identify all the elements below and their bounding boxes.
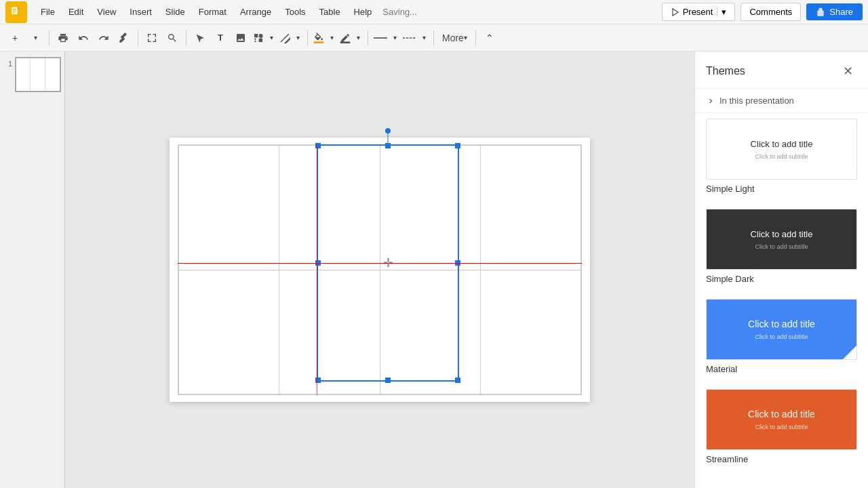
menu-tools[interactable]: Tools [279, 4, 311, 20]
menu-file[interactable]: File [35, 4, 60, 20]
theme-item-streamline[interactable]: Click to add title Click to add subtitle… [695, 384, 868, 474]
theme-preview-material: Click to add title Click to add subtitle [706, 299, 857, 360]
menu-insert[interactable]: Insert [124, 4, 157, 20]
border-color-dropdown: ▾ [338, 28, 363, 47]
slide-thumbnail-1[interactable] [15, 57, 61, 92]
present-button[interactable]: Present ▾ [662, 3, 736, 21]
share-button[interactable]: Share [806, 3, 863, 20]
select-button[interactable] [191, 28, 210, 47]
menu-edit[interactable]: Edit [63, 4, 89, 20]
in-presentation-item[interactable]: In this presentation [695, 89, 868, 113]
menu-arrange[interactable]: Arrange [235, 4, 277, 20]
table-cell[interactable] [279, 146, 380, 270]
slide-thumb-col-1 [16, 58, 31, 91]
selection-connector [388, 132, 389, 144]
table-cell[interactable] [480, 270, 580, 394]
menu-help[interactable]: Help [349, 4, 378, 20]
shape-dropdown-arrow[interactable]: ▾ [266, 28, 277, 47]
fill-color-dropdown-arrow[interactable]: ▾ [326, 28, 337, 47]
theme-item-simple-light[interactable]: Click to add title Click to add subtitle… [695, 113, 868, 203]
theme-preview-title-simple-dark: Click to add title [751, 229, 813, 239]
table-row [179, 270, 581, 394]
line-dropdown: ▾ [278, 28, 303, 47]
menu-view[interactable]: View [92, 4, 121, 20]
svg-rect-1 [13, 9, 16, 9]
border-dash-dropdown-arrow[interactable]: ▾ [418, 28, 429, 47]
line-button[interactable] [278, 28, 292, 47]
theme-name-simple-dark: Simple Dark [706, 274, 857, 284]
slide-panel: 1 [0, 52, 65, 488]
text-box-button[interactable]: T [211, 28, 230, 47]
table-cell[interactable] [279, 270, 380, 394]
theme-name-material: Material [706, 364, 857, 374]
border-color-dropdown-arrow[interactable]: ▾ [353, 28, 363, 47]
canvas-area[interactable]: ✛ [65, 52, 694, 488]
slide-thumb-container-1: 1 [3, 57, 62, 92]
toolbar: + ▾ T ▾ ▾ ▾ [0, 24, 868, 52]
in-presentation-label: In this presentation [719, 96, 794, 106]
zoom-button[interactable] [163, 28, 182, 47]
toolbar-separator-3 [186, 30, 186, 45]
border-weight-dropdown-arrow[interactable]: ▾ [389, 28, 400, 47]
theme-preview-simple-light: Click to add title Click to add subtitle [706, 119, 857, 180]
theme-preview-streamline: Click to add title Click to add subtitle [706, 389, 857, 450]
table-cell[interactable] [480, 146, 580, 270]
main-content: 1 [0, 52, 868, 488]
toolbar-separator-5 [368, 30, 368, 45]
zoom-fit-button[interactable] [142, 28, 161, 47]
slide-thumb-col-2 [31, 58, 45, 91]
redo-button[interactable] [94, 28, 113, 47]
themes-panel: Themes ✕ In this presentation Click to a… [694, 52, 868, 488]
svg-rect-7 [259, 38, 262, 41]
fill-color-dropdown: ▾ [312, 28, 337, 47]
svg-marker-4 [673, 8, 678, 16]
border-color-button[interactable] [338, 28, 352, 47]
theme-preview-subtitle-simple-dark: Click to add subtitle [755, 243, 808, 250]
table-grid[interactable] [178, 145, 581, 394]
present-dropdown[interactable]: ▾ [717, 7, 726, 17]
theme-preview-title-simple-light: Click to add title [751, 139, 813, 149]
shape-dropdown: ▾ [252, 28, 277, 47]
theme-name-simple-light: Simple Light [706, 184, 857, 194]
svg-rect-9 [314, 41, 324, 43]
themes-panel-header: Themes ✕ [695, 52, 868, 89]
theme-preview-title-streamline: Click to add title [748, 409, 815, 420]
table-cell[interactable] [380, 146, 480, 270]
svg-rect-10 [340, 41, 351, 43]
add-slide-dropdown[interactable]: ▾ [26, 28, 45, 47]
theme-name-streamline: Streamline [706, 454, 857, 464]
shape-button[interactable] [252, 28, 265, 47]
top-right-actions: Present ▾ Comments Share [662, 3, 863, 21]
fill-color-button[interactable] [312, 28, 326, 47]
paint-format-button[interactable] [115, 28, 134, 47]
add-slide-button[interactable]: + [5, 28, 24, 47]
table-cell[interactable] [380, 270, 480, 394]
menu-table[interactable]: Table [314, 4, 346, 20]
border-weight-button[interactable] [372, 28, 389, 47]
print-button[interactable] [54, 28, 73, 47]
table-row [179, 146, 581, 270]
themes-close-button[interactable]: ✕ [839, 62, 857, 80]
theme-item-simple-dark[interactable]: Click to add title Click to add subtitle… [695, 203, 868, 293]
theme-preview-subtitle-streamline: Click to add subtitle [755, 424, 808, 430]
share-label: Share [829, 7, 853, 17]
comments-button[interactable]: Comments [741, 3, 801, 21]
menu-slide[interactable]: Slide [160, 4, 191, 20]
collapse-toolbar-button[interactable]: ⌃ [480, 28, 499, 47]
line-dropdown-arrow[interactable]: ▾ [292, 28, 303, 47]
theme-preview-subtitle-simple-light: Click to add subtitle [755, 153, 808, 160]
table-cell[interactable] [179, 146, 279, 270]
toolbar-separator-7 [475, 30, 476, 45]
toolbar-separator-2 [138, 30, 138, 45]
more-button[interactable]: More ▾ [438, 28, 471, 47]
table-cell[interactable] [179, 270, 279, 394]
menu-format[interactable]: Format [193, 4, 232, 20]
theme-preview-simple-dark: Click to add title Click to add subtitle [706, 209, 857, 270]
border-weight-dropdown: ▾ [372, 28, 400, 47]
border-dash-button[interactable] [401, 28, 418, 47]
handle-top-mid[interactable] [385, 128, 391, 134]
themes-panel-title: Themes [706, 65, 745, 77]
insert-image-button[interactable] [231, 28, 250, 47]
theme-item-material[interactable]: Click to add title Click to add subtitle… [695, 293, 868, 384]
undo-button[interactable] [74, 28, 93, 47]
